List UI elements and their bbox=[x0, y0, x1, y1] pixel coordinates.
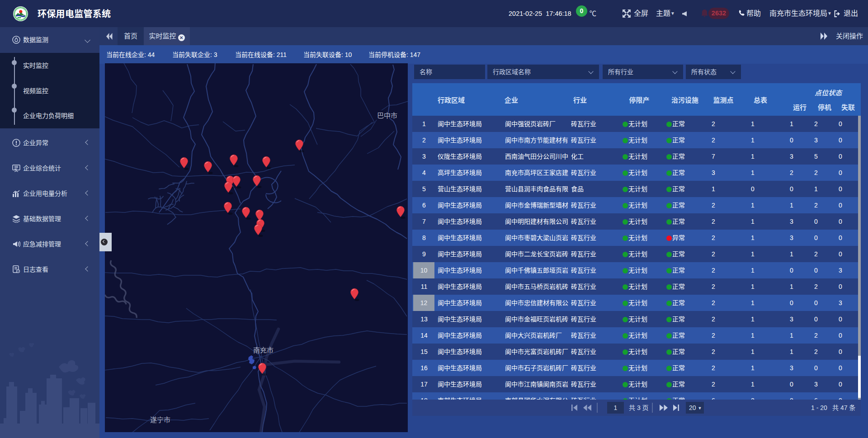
svg-text:南充市: 南充市 bbox=[253, 346, 274, 354]
svg-text:遂宁市: 遂宁市 bbox=[150, 416, 170, 424]
svg-text:巴中市: 巴中市 bbox=[377, 112, 397, 119]
